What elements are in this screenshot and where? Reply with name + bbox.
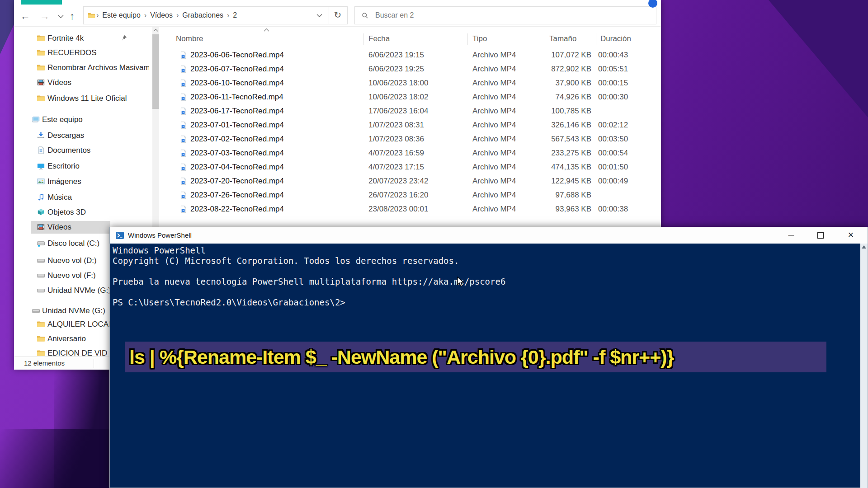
folder-icon [88, 12, 95, 19]
file-type: Archivo MP4 [472, 177, 516, 186]
file-size: 107,072 KB [511, 51, 591, 60]
powershell-titlebar[interactable]: Windows PowerShell ─ × [110, 227, 868, 244]
column-separator[interactable] [467, 33, 468, 45]
refresh-button[interactable]: ↻ [328, 6, 348, 24]
system-drive-icon [37, 239, 45, 248]
file-row[interactable]: 2023-07-04-TecnoRed.mp44/07/2023 17:15Ar… [14, 160, 661, 174]
mp4-file-icon [179, 107, 187, 116]
file-duration: 00:00:43 [598, 51, 628, 60]
breadcrumb-videos[interactable]: Vídeos [150, 11, 173, 19]
file-duration: 00:00:15 [598, 79, 628, 88]
file-row[interactable]: 2023-06-17-TecnoRed.mp417/06/2023 16:04A… [14, 104, 661, 118]
pin-icon [121, 35, 127, 41]
file-row[interactable]: 2023-06-07-TecnoRed.mp46/06/2023 19:25Ar… [14, 62, 661, 76]
desktop: ← → ↑ › Este equipo › Vídeos › Grabacion… [0, 0, 868, 488]
scroll-up-icon[interactable] [153, 28, 158, 32]
file-row[interactable]: 2023-07-03-TecnoRed.mp44/07/2023 16:59Ar… [14, 146, 661, 160]
wallpaper-shape [769, 0, 868, 117]
column-header-tipo[interactable]: Tipo [472, 34, 487, 43]
file-type: Archivo MP4 [472, 135, 516, 144]
file-row[interactable]: 2023-06-11-TecnoRed.mp410/06/2023 18:02A… [14, 90, 661, 104]
file-name: 2023-06-17-TecnoRed.mp4 [190, 107, 284, 116]
drive-icon [37, 271, 45, 280]
search-icon [361, 12, 369, 19]
file-duration: 00:00:30 [598, 93, 628, 102]
file-date: 10/06/2023 18:00 [368, 79, 428, 88]
file-duration: 00:00:49 [598, 177, 628, 186]
mp4-file-icon [179, 149, 187, 158]
column-header-tamano[interactable]: Tamaño [549, 34, 576, 43]
column-header-fecha[interactable]: Fecha [368, 34, 390, 43]
sidebar-item-label: Nuevo vol (F:) [47, 271, 96, 280]
file-type: Archivo MP4 [472, 205, 516, 214]
file-row[interactable]: 2023-06-06-TecnoRed.mp46/06/2023 19:15Ar… [14, 48, 661, 62]
mp4-file-icon [179, 65, 187, 74]
file-size: 122,945 KB [511, 177, 591, 186]
sidebar-item-label: Aniversario [47, 334, 86, 343]
recent-locations-chevron-icon[interactable] [58, 14, 64, 19]
file-date: 1/07/2023 08:36 [368, 135, 424, 144]
file-date: 10/06/2023 18:02 [368, 93, 428, 102]
file-type: Archivo MP4 [472, 191, 516, 200]
scroll-up-icon[interactable] [862, 245, 866, 249]
column-separator[interactable] [363, 33, 364, 45]
toolbar-divider [14, 26, 661, 27]
file-type: Archivo MP4 [472, 121, 516, 130]
up-button[interactable]: ↑ [70, 10, 75, 23]
file-size: 97,688 KB [511, 191, 591, 200]
file-type: Archivo MP4 [472, 93, 516, 102]
sidebar-item-label: Disco local (C:) [47, 239, 99, 248]
file-name: 2023-06-07-TecnoRed.mp4 [190, 65, 284, 74]
progress-bar-fragment [21, 0, 62, 5]
file-date: 4/07/2023 16:59 [368, 149, 424, 158]
wallpaper-shape [0, 429, 109, 488]
file-size: 37,900 KB [511, 79, 591, 88]
column-separator[interactable] [545, 33, 545, 45]
terminal-scrollbar[interactable] [860, 244, 868, 488]
mp4-file-icon [179, 163, 187, 172]
column-header-nombre[interactable]: Nombre [176, 34, 203, 43]
file-date: 17/06/2023 16:04 [368, 107, 428, 116]
drive-icon [37, 286, 45, 295]
breadcrumb-2[interactable]: 2 [233, 11, 237, 19]
close-button[interactable]: × [838, 227, 863, 244]
sidebar-item-label: Unidad NVMe (G:) [42, 306, 105, 315]
file-date: 4/07/2023 17:15 [368, 163, 424, 172]
file-duration: 00:00:54 [598, 149, 628, 158]
breadcrumb-este-equipo[interactable]: Este equipo [102, 11, 141, 19]
sidebar-item-fortnite-4k[interactable]: Fortnite 4k [14, 32, 150, 45]
video-folder-icon [37, 223, 45, 231]
file-row[interactable]: 2023-07-20-TecnoRed.mp420/07/2023 23:42A… [14, 174, 661, 188]
search-box[interactable]: Buscar en 2 [354, 6, 656, 24]
maximize-button[interactable] [808, 227, 833, 244]
file-name: 2023-07-01-TecnoRed.mp4 [190, 121, 284, 130]
file-size: 100,785 KB [511, 107, 591, 116]
file-row[interactable]: 2023-07-01-TecnoRed.mp41/07/2023 08:31Ar… [14, 118, 661, 132]
breadcrumb-grabaciones[interactable]: Grabaciones [182, 11, 223, 19]
minimize-button[interactable]: ─ [778, 227, 804, 244]
window-title: Windows PowerShell [128, 231, 192, 239]
column-separator[interactable] [596, 33, 596, 45]
mp4-file-icon [179, 177, 187, 186]
file-date: 20/07/2023 23:42 [368, 177, 428, 186]
powershell-window: Windows PowerShell ─ × Windows PowerShel… [109, 227, 868, 488]
mp4-file-icon [179, 79, 187, 88]
folder-icon [37, 334, 45, 343]
file-row[interactable]: 2023-07-02-TecnoRed.mp41/07/2023 08:36Ar… [14, 132, 661, 146]
column-header-duracion[interactable]: Duración [600, 34, 631, 43]
forward-button[interactable]: → [40, 10, 50, 23]
back-button[interactable]: ← [20, 10, 30, 23]
file-row[interactable]: 2023-06-10-TecnoRed.mp410/06/2023 18:00A… [14, 76, 661, 90]
address-dropdown-chevron-icon[interactable] [316, 14, 322, 18]
column-separator[interactable] [634, 33, 634, 45]
file-date: 26/07/2023 16:20 [368, 191, 428, 200]
file-row[interactable]: 2023-08-22-TecnoRed.mp423/08/2023 00:01A… [14, 202, 661, 216]
drive-icon [32, 306, 40, 315]
file-row[interactable]: 2023-07-26-TecnoRed.mp426/07/2023 16:20A… [14, 188, 661, 202]
file-date: 6/06/2023 19:15 [368, 51, 424, 60]
file-name: 2023-06-10-TecnoRed.mp4 [190, 79, 284, 88]
file-date: 23/08/2023 00:01 [368, 205, 428, 214]
sidebar-item-label: Nuevo vol (D:) [47, 256, 97, 265]
address-bar[interactable]: › Este equipo › Vídeos › Grabaciones › 2 [83, 6, 329, 24]
file-size: 567,543 KB [511, 135, 591, 144]
